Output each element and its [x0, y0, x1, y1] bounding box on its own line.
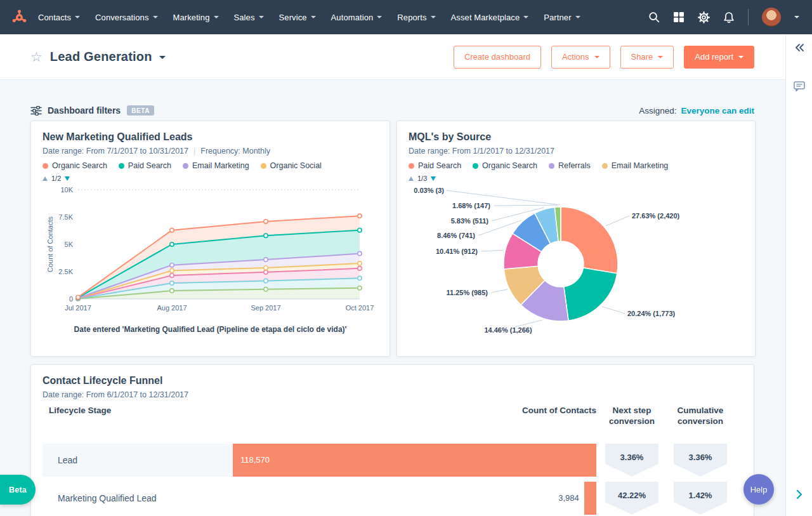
legend-item-referrals[interactable]: Referrals [549, 161, 591, 170]
report-card-mql-by-source: MQL's by Source Date range: From 1/1/201… [396, 121, 756, 357]
nav-contacts[interactable]: Contacts [38, 13, 80, 22]
legend-item-organic-social[interactable]: Organic Social [261, 161, 322, 170]
create-dashboard-button[interactable]: Create dashboard [454, 46, 541, 69]
next-step-conversion-cell: 42.22% [605, 482, 658, 515]
nav-asset-marketplace[interactable]: Asset Marketplace [451, 13, 529, 22]
funnel-row-lead: Lead 118,570 118,570 3.36% 3.36% [43, 444, 742, 477]
svg-text:0.03% (3): 0.03% (3) [414, 187, 444, 194]
add-report-button[interactable]: Add report [684, 46, 754, 69]
nav-marketing[interactable]: Marketing [173, 13, 219, 22]
assigned-area: Assigned: Everyone can edit [639, 106, 754, 116]
svg-text:Sep 2017: Sep 2017 [251, 304, 280, 312]
nav-conversations[interactable]: Conversations [95, 13, 157, 22]
report-date-range: Date range: From 1/1/2017 to 12/31/2017 [409, 147, 743, 155]
dashboard-header: ☆ Lead Generation Create dashboard Actio… [0, 34, 785, 80]
title-chevron-down-icon [159, 56, 166, 62]
stage-label: Lead [43, 444, 233, 477]
column-header-lifecycle-stage: Lifecycle Stage [43, 406, 233, 427]
user-avatar[interactable] [762, 8, 781, 27]
legend-item-organic-search[interactable]: Organic Search [473, 161, 537, 170]
donut-chart[interactable]: 27.63% (2,420)20.24% (1,773)14.46% (1,26… [409, 183, 743, 345]
legend-prev-button[interactable] [43, 176, 48, 181]
beta-badge: BETA [127, 105, 154, 116]
legend-dot [183, 163, 188, 169]
hubspot-logo[interactable] [10, 8, 28, 26]
chevron-down-icon [575, 16, 580, 21]
primary-nav: Contacts Conversations Marketing Sales S… [38, 13, 580, 22]
svg-text:11.25% (985): 11.25% (985) [447, 289, 488, 296]
legend-item-paid-search[interactable]: Paid Search [409, 161, 461, 170]
svg-text:Count of Contacts: Count of Contacts [46, 216, 54, 272]
chevron-down-icon [594, 56, 599, 61]
chart-legend: Paid Search Organic Search Referrals Ema… [409, 161, 743, 170]
help-button[interactable]: Help [743, 474, 774, 505]
top-navbar: Contacts Conversations Marketing Sales S… [0, 0, 812, 34]
dashboard-title-dropdown[interactable]: ☆ Lead Generation [30, 50, 166, 64]
chevron-down-icon [214, 16, 219, 21]
report-date-range: Date range: From 6/1/2017 to 12/31/2017 [43, 390, 742, 399]
funnel-bar[interactable]: 118,570 [233, 444, 596, 477]
chevron-down-icon [153, 16, 158, 21]
legend-next-button[interactable] [65, 176, 70, 181]
cumulative-conversion-cell: 3.36% [674, 444, 727, 477]
report-card-new-mql: New Marketing Qualified Leads Date range… [30, 121, 390, 357]
expand-chevron-right-icon[interactable] [786, 489, 812, 499]
chevron-down-icon [431, 16, 436, 21]
dashboard-filters-label: Dashboard filters [48, 105, 121, 116]
navbar-utilities [648, 8, 799, 27]
column-header-c umulative: Cumulative conversion [674, 406, 727, 427]
assigned-permissions-link[interactable]: Everyone can edit [681, 106, 754, 116]
report-date-range: Date range: From 7/1/2017 to 10/31/2017|… [43, 147, 378, 155]
legend-next-button[interactable] [431, 176, 436, 181]
beta-pill-button[interactable]: Beta [0, 475, 36, 505]
legend-pager: 1/3 [409, 175, 743, 182]
share-button[interactable]: Share [620, 46, 674, 69]
filter-sliders-icon [30, 106, 42, 116]
x-axis-title: Date entered 'Marketing Qualified Lead (… [43, 324, 378, 334]
svg-text:10K: 10K [60, 186, 73, 194]
comments-icon[interactable] [786, 81, 812, 92]
funnel-column-headers: Lifecycle Stage Count of Contacts Next s… [43, 406, 742, 427]
legend-item-paid-search[interactable]: Paid Search [119, 161, 171, 170]
nav-automation[interactable]: Automation [331, 13, 383, 22]
report-card-lifecycle-funnel: Contact Lifecycle Funnel Date range: Fro… [30, 364, 754, 516]
chevron-down-icon [738, 56, 743, 61]
dashboard-filters-toggle[interactable]: Dashboard filters BETA [30, 105, 154, 116]
stage-label: Marketing Qualified Lead [43, 482, 233, 515]
cumulative-conversion-cell: 1.42% [674, 482, 727, 515]
account-chevron-down-icon[interactable] [794, 16, 799, 21]
svg-text:Aug 2017: Aug 2017 [157, 304, 187, 312]
legend-item-email-marketing[interactable]: Email Marketing [183, 161, 249, 170]
assigned-label: Assigned: [639, 106, 676, 116]
settings-gear-icon[interactable] [698, 11, 710, 23]
nav-partner[interactable]: Partner [544, 13, 580, 22]
legend-page-indicator: 1/3 [417, 175, 427, 182]
legend-pager: 1/2 [43, 175, 378, 182]
svg-text:8.46% (741): 8.46% (741) [437, 232, 475, 239]
search-icon[interactable] [648, 11, 660, 23]
filters-row: Dashboard filters BETA Assigned: Everyon… [0, 80, 785, 116]
notifications-bell-icon[interactable] [723, 11, 735, 23]
legend-item-email-marketing[interactable]: Email Marketing [602, 161, 669, 170]
legend-dot [43, 163, 48, 169]
favorite-star-icon[interactable]: ☆ [30, 50, 43, 63]
legend-dot [261, 163, 266, 169]
column-header-count: Count of Contacts [233, 406, 596, 427]
line-chart[interactable]: 02.5K5K7.5K10KJul 2017Aug 2017Sep 2017Oc… [43, 183, 379, 324]
report-title: Contact Lifecycle Funnel [43, 375, 742, 387]
legend-item-organic-search[interactable]: Organic Search [43, 161, 107, 170]
right-rail [785, 34, 812, 516]
nav-service[interactable]: Service [279, 13, 316, 22]
funnel-row-mql: Marketing Qualified Lead 3,984 3,984 42.… [43, 482, 742, 515]
legend-dot [409, 163, 414, 169]
report-cards-row: New Marketing Qualified Leads Date range… [0, 121, 785, 357]
collapse-panel-icon[interactable] [786, 43, 812, 52]
nav-sales[interactable]: Sales [234, 13, 264, 22]
actions-button[interactable]: Actions [551, 46, 610, 69]
funnel-bar[interactable]: 3,984 [584, 482, 596, 515]
marketplace-icon[interactable] [673, 11, 684, 23]
nav-reports[interactable]: Reports [397, 13, 435, 22]
sprocket-icon [11, 9, 28, 26]
chevron-down-icon [658, 56, 663, 61]
legend-prev-button[interactable] [409, 176, 414, 181]
